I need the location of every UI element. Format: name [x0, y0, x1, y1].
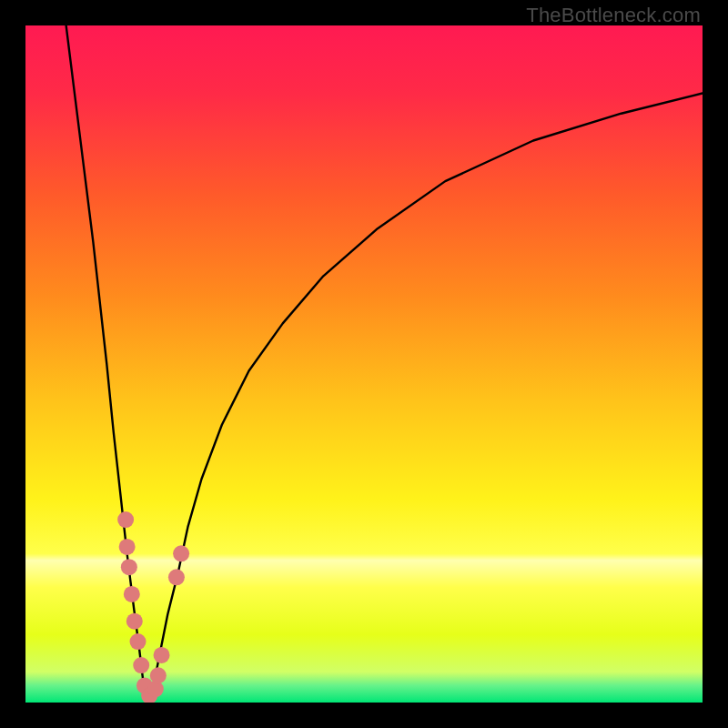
bottleneck-curve	[25, 25, 703, 703]
data-bead	[119, 539, 136, 555]
data-bead	[117, 511, 134, 528]
data-bead	[154, 647, 170, 663]
data-bead	[150, 667, 167, 683]
watermark-text: TheBottleneck.com	[526, 4, 701, 27]
curve-right-arm	[147, 93, 703, 703]
data-bead	[121, 559, 137, 575]
data-bead	[130, 633, 147, 650]
plot-area	[25, 25, 703, 703]
chart-frame: TheBottleneck.com	[0, 0, 728, 728]
data-bead	[124, 586, 140, 602]
data-bead	[126, 613, 143, 630]
data-bead	[147, 681, 164, 697]
data-bead	[133, 657, 149, 673]
data-bead	[168, 569, 185, 585]
data-bead	[173, 545, 189, 561]
